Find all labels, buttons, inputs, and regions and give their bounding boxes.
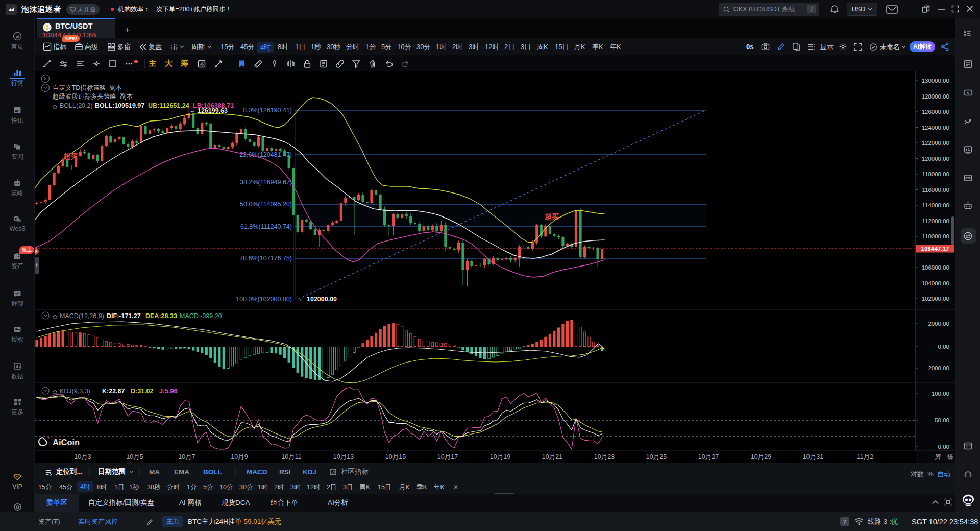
svg-text:116000.00: 116000.00: [922, 187, 949, 193]
svg-text:114000.00: 114000.00: [922, 202, 949, 208]
svg-text:超级波段追踪多头策略_副本: 超级波段追踪多头策略_副本: [53, 93, 133, 100]
svg-text:11月2: 11月2: [857, 453, 873, 461]
svg-text:78.6%(107176.75): 78.6%(107176.75): [239, 255, 292, 262]
svg-text:UB:112651.24: UB:112651.24: [148, 102, 189, 109]
svg-text:AiCoin: AiCoin: [53, 438, 80, 447]
svg-text:0.00: 0.00: [938, 444, 949, 450]
svg-text:J:5.96: J:5.96: [159, 388, 177, 395]
svg-text:110000.00: 110000.00: [922, 233, 949, 239]
svg-text:BOLL:109519.97: BOLL:109519.97: [95, 102, 144, 109]
svg-text:10月19: 10月19: [490, 453, 510, 461]
svg-text:DEA:28.33: DEA:28.33: [145, 312, 177, 320]
svg-text:10月3: 10月3: [74, 453, 91, 461]
svg-text:10月9: 10月9: [231, 453, 248, 461]
svg-text:118000.00: 118000.00: [922, 171, 949, 177]
svg-text:筹: 筹: [935, 453, 942, 461]
svg-text:10月31: 10月31: [803, 453, 823, 461]
svg-text:128000.00: 128000.00: [922, 93, 949, 100]
svg-text:10月7: 10月7: [178, 453, 195, 461]
svg-text:100.0%(102000.00): 100.0%(102000.00): [236, 296, 292, 303]
svg-text:104000.00: 104000.00: [922, 280, 949, 286]
svg-text:K:22.67: K:22.67: [102, 388, 125, 395]
svg-text:爆: 爆: [947, 453, 954, 461]
svg-text:100.00: 100.00: [932, 391, 949, 397]
svg-text:0.0%(126190.41): 0.0%(126190.41): [243, 107, 292, 114]
svg-text:10月15: 10月15: [385, 453, 406, 461]
svg-text:10月11: 10月11: [281, 453, 301, 461]
svg-text:106000.00: 106000.00: [922, 264, 949, 271]
svg-text:MACD(12,26,9): MACD(12,26,9): [60, 312, 104, 320]
svg-text:超买: 超买: [63, 152, 78, 160]
svg-text:108447.17: 108447.17: [921, 246, 949, 252]
svg-text:10月29: 10月29: [751, 453, 771, 461]
svg-text:2000.00: 2000.00: [928, 321, 949, 327]
svg-text:10月21: 10月21: [542, 453, 562, 461]
svg-text:50.00: 50.00: [935, 417, 949, 423]
svg-text:112000.00: 112000.00: [922, 218, 949, 224]
svg-text:10月25: 10月25: [646, 453, 667, 461]
svg-text:38.2%(116949.67): 38.2%(116949.67): [240, 179, 292, 186]
svg-text:122000.00: 122000.00: [922, 140, 949, 146]
svg-text:DIF:-171.27: DIF:-171.27: [107, 312, 141, 320]
svg-text:D:31.02: D:31.02: [131, 388, 154, 395]
svg-text:10月27: 10月27: [698, 453, 719, 461]
svg-text:61.8%(111240.74): 61.8%(111240.74): [240, 223, 292, 230]
svg-text:124000.00: 124000.00: [922, 125, 949, 131]
svg-text:MACD:-399.20: MACD:-399.20: [180, 312, 222, 320]
svg-text:0.00: 0.00: [938, 344, 949, 350]
svg-text:10月5: 10月5: [126, 453, 143, 461]
svg-text:102000.00: 102000.00: [922, 296, 949, 302]
svg-text:126000.00: 126000.00: [922, 109, 949, 115]
svg-text:50.0%(114095.20): 50.0%(114095.20): [240, 201, 292, 208]
svg-text:$: $: [967, 90, 969, 95]
svg-text:KDJ(9,3,3): KDJ(9,3,3): [60, 388, 90, 395]
svg-text:ETF: ETF: [965, 176, 971, 179]
svg-text:LB:106388.71: LB:106388.71: [193, 102, 234, 109]
svg-text:ai: ai: [16, 34, 19, 39]
svg-text:10月13: 10月13: [333, 453, 354, 461]
svg-text:130000.00: 130000.00: [922, 78, 949, 84]
svg-text:10月23: 10月23: [594, 453, 615, 461]
svg-text:10月17: 10月17: [437, 453, 458, 461]
svg-text:BOLL(20,2): BOLL(20,2): [60, 102, 93, 109]
svg-text:自定义TD指标策略_副本: 自定义TD指标策略_副本: [53, 84, 122, 91]
svg-text:← 102000.00: ← 102000.00: [299, 296, 337, 303]
svg-text:超买: 超买: [544, 212, 559, 221]
svg-text:-2000.00: -2000.00: [926, 365, 949, 371]
svg-text:120000.00: 120000.00: [922, 156, 949, 162]
